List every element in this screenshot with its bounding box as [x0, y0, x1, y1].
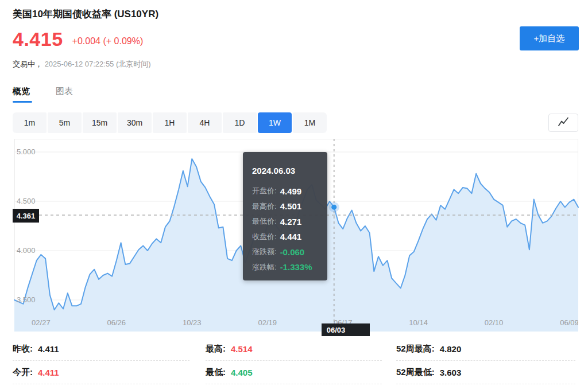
- tooltip-change-label: 涨跌额:: [252, 247, 277, 257]
- line-chart-icon: [557, 116, 570, 130]
- tooltip-change-value: -0.060: [280, 247, 305, 257]
- tooltip-date: 2024.06.03: [252, 166, 318, 176]
- range-toolbar: 1m 5m 15m 30m 1H 4H 1D 1W 1M: [13, 112, 327, 133]
- tooltip-low-label: 最低价:: [252, 216, 277, 227]
- stat-prev-close: 昨收: 4.411: [13, 337, 189, 361]
- last-price: 4.415: [13, 29, 63, 49]
- stat-52w-high: 52周最高: 4.820: [396, 337, 575, 361]
- active-tab-underline: [13, 101, 32, 103]
- x-axis-tick-label: 02/19: [254, 318, 281, 327]
- add-watchlist-button[interactable]: +加自选: [520, 26, 579, 50]
- reference-price-badge: 4.361: [13, 209, 39, 223]
- y-axis-tick-label: 4.000: [17, 246, 36, 255]
- y-axis-tick-label: 4.500: [17, 197, 36, 205]
- stat-low: 最低: 4.405: [206, 361, 382, 384]
- stat-52w-low: 52周最低: 3.603: [396, 361, 575, 384]
- tooltip-open-label: 开盘价:: [252, 186, 277, 196]
- chart-tooltip: 2024.06.03 开盘价:4.499 最高价:4.501 最低价:4.271…: [243, 152, 327, 280]
- chart-style-button[interactable]: [548, 114, 578, 132]
- stats-column-3: 52周最高: 4.820 52周最低: 3.603: [396, 337, 575, 384]
- price-change: +0.004 (+ 0.09%): [72, 36, 144, 49]
- tooltip-close-value: 4.441: [280, 232, 302, 241]
- trading-state: 交易中，: [13, 60, 42, 68]
- range-5m[interactable]: 5m: [48, 112, 82, 133]
- stats-column-2: 最高: 4.514 最低: 4.405: [206, 337, 382, 384]
- x-axis-tick-label: 02/10: [480, 318, 508, 327]
- trading-status: 交易中， 2025-06-12 07:22:55 (北京时间): [13, 59, 151, 69]
- tab-overview[interactable]: 概览: [13, 86, 30, 102]
- stats-column-1: 昨收: 4.411 今开: 4.411: [13, 337, 189, 384]
- page-title: 美国10年期国债收益率 (US10YR): [13, 7, 158, 21]
- stat-high: 最高: 4.514: [206, 337, 382, 361]
- range-1m[interactable]: 1m: [13, 112, 47, 133]
- range-1w[interactable]: 1W: [258, 112, 292, 133]
- tooltip-low-value: 4.271: [280, 217, 302, 227]
- y-axis-tick-label: 3.500: [17, 295, 36, 304]
- tooltip-high-value: 4.501: [280, 201, 302, 211]
- tooltip-open-value: 4.499: [280, 186, 302, 196]
- tooltip-high-label: 最高价:: [252, 201, 277, 212]
- stat-open: 今开: 4.411: [13, 361, 189, 384]
- x-axis-tick-label: 10/23: [178, 318, 206, 327]
- range-1m-month[interactable]: 1M: [293, 112, 327, 133]
- range-30m[interactable]: 30m: [118, 112, 152, 133]
- range-1h[interactable]: 1H: [153, 112, 187, 133]
- y-axis-tick-label: 5.000: [17, 147, 36, 156]
- x-axis-tick-label: 06/09: [556, 318, 578, 327]
- tab-chart[interactable]: 图表: [56, 86, 73, 102]
- x-axis-tick-label: 10/14: [405, 318, 432, 327]
- tooltip-change-pct-value: -1.333%: [280, 262, 312, 272]
- tooltip-change-pct-label: 涨跌幅:: [252, 262, 277, 272]
- crosshair-date-badge: 06/03: [322, 323, 370, 336]
- x-axis-tick-label: 06/26: [103, 318, 130, 327]
- tooltip-close-label: 收盘价:: [252, 232, 277, 242]
- x-axis: 02/2706/2610/2302/1906/1710/1402/1006/09: [14, 315, 578, 328]
- range-15m[interactable]: 15m: [83, 112, 117, 133]
- range-1d[interactable]: 1D: [223, 112, 257, 133]
- range-4h[interactable]: 4H: [188, 112, 222, 133]
- view-tabs: 概览 图表: [13, 86, 73, 102]
- price-row: 4.415 +0.004 (+ 0.09%): [13, 29, 143, 49]
- quote-page: 美国10年期国债收益率 (US10YR) 4.415 +0.004 (+ 0.0…: [0, 0, 588, 386]
- x-axis-tick-label: 02/27: [27, 318, 55, 327]
- quote-timestamp: 2025-06-12 07:22:55 (北京时间): [45, 60, 151, 68]
